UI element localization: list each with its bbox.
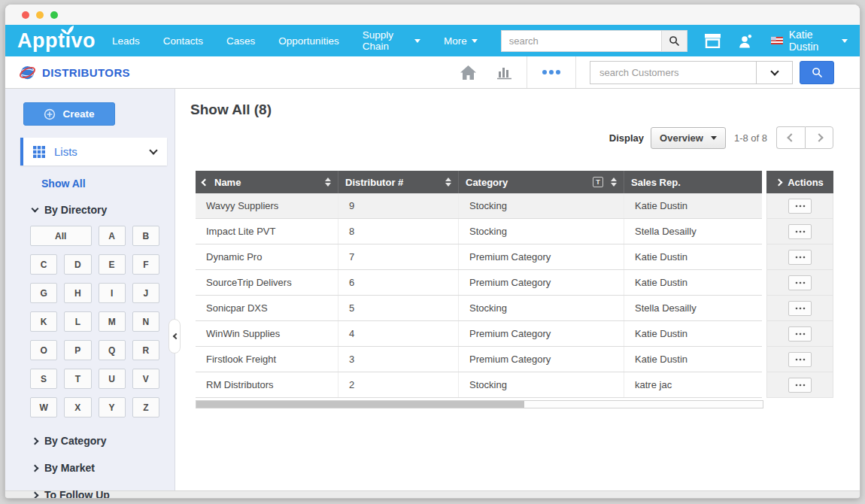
reports-button[interactable] (487, 65, 522, 80)
letter-filter-button[interactable]: T (64, 369, 91, 389)
user-menu[interactable]: Katie Dustin (771, 29, 848, 53)
column-header-sales-rep[interactable]: Sales Rep. (624, 171, 762, 193)
letter-filter-button[interactable]: F (132, 254, 159, 275)
prev-page-button[interactable] (776, 126, 805, 149)
letter-filter-button[interactable]: V (132, 369, 159, 389)
letter-filter-button[interactable]: E (99, 254, 126, 275)
table-row[interactable]: Dynamic Pro 7 Premium Category Katie Dus… (196, 244, 762, 270)
letter-filter-button[interactable]: B (132, 226, 159, 246)
table-header-row: Name Distributor # Category (196, 171, 762, 193)
letter-filter-button[interactable]: Y (99, 397, 126, 417)
row-actions-button[interactable] (788, 275, 812, 290)
row-actions-button[interactable] (788, 199, 812, 214)
letter-filter-button[interactable]: P (64, 340, 91, 360)
letter-filter-button[interactable]: N (132, 311, 159, 332)
row-actions-button[interactable] (788, 326, 812, 342)
table-row[interactable]: RM Distributors 2 Stocking katre jac (196, 372, 762, 398)
global-search-button[interactable] (661, 31, 687, 51)
letter-filter-button[interactable]: G (30, 283, 57, 303)
cell-sales-rep: Stella Desailly (624, 296, 762, 320)
table-row[interactable]: Impact Lite PVT 8 Stocking Stella Desail… (196, 219, 762, 244)
letter-filter-button[interactable]: Z (132, 397, 159, 417)
letter-filter-button[interactable]: S (30, 369, 57, 389)
filter-icon[interactable] (593, 177, 603, 187)
apptivo-logo-text: Apptivo (17, 29, 96, 52)
table-row[interactable]: SourceTrip Delivers 6 Premium Category K… (196, 270, 762, 296)
create-button[interactable]: Create (23, 102, 115, 126)
letter-filter-button[interactable]: X (64, 397, 91, 417)
store-button[interactable] (704, 33, 721, 48)
nav-menu-item[interactable]: Contacts (163, 35, 203, 47)
sidebar-item-lists[interactable]: Lists (20, 138, 167, 165)
sidebar-show-all-link[interactable]: Show All (41, 178, 175, 190)
user-name: Katie Dustin (789, 29, 836, 53)
letter-filter-button[interactable]: J (132, 283, 159, 303)
letter-filter-button[interactable]: H (64, 283, 91, 303)
actions-column: Actions (766, 171, 833, 398)
customer-search-submit-button[interactable] (800, 61, 834, 84)
row-actions-button[interactable] (788, 224, 812, 239)
customer-search-dropdown-button[interactable] (756, 62, 792, 83)
row-actions-button[interactable] (788, 250, 812, 265)
column-header-distributor-number[interactable]: Distributor # (338, 171, 459, 193)
global-search-input[interactable] (502, 31, 661, 51)
window-zoom-button[interactable] (50, 11, 58, 19)
nav-menu-item[interactable]: Supply Chain (363, 29, 420, 52)
sidebar-section-by-directory[interactable]: By Directory (32, 204, 175, 216)
letter-filter-button[interactable]: C (30, 254, 57, 275)
sidebar-section-by-market[interactable]: By Market (32, 462, 175, 474)
column-header-category[interactable]: Category (459, 171, 624, 193)
apptivo-logo[interactable]: Apptivo (17, 31, 96, 51)
nav-menu-item[interactable]: Leads (112, 35, 140, 47)
nav-menu-item-label: Cases (226, 35, 255, 47)
more-actions-icon (795, 332, 806, 335)
letter-filter-button[interactable]: K (30, 311, 57, 332)
letter-filter-button[interactable]: L (64, 311, 91, 332)
nav-menu-item[interactable]: Cases (226, 35, 255, 47)
sort-icon[interactable] (445, 178, 451, 187)
cell-sales-rep: Katie Dustin (624, 270, 762, 295)
global-search (501, 30, 687, 52)
nav-menu-item[interactable]: More (444, 35, 478, 47)
letter-filter-button[interactable]: W (30, 397, 57, 417)
column-header-name[interactable]: Name (196, 171, 338, 193)
row-actions-button[interactable] (788, 301, 812, 316)
home-button[interactable] (450, 65, 487, 80)
table-row[interactable]: Firstlook Freight 3 Premium Category Kat… (196, 347, 762, 372)
nav-menu-item[interactable]: Opportunities (278, 35, 338, 47)
next-page-button[interactable] (805, 126, 833, 149)
more-options-button[interactable] (532, 69, 571, 75)
sort-icon[interactable] (325, 178, 331, 187)
cell-category: Stocking (459, 193, 624, 218)
letter-filter-button[interactable]: D (64, 254, 91, 275)
table-row[interactable]: Sonicpar DXS 5 Stocking Stella Desailly (196, 296, 762, 321)
sidebar-collapse-handle[interactable] (168, 319, 181, 354)
cell-sales-rep: Katie Dustin (624, 193, 762, 218)
table-row[interactable]: WinWin Supplies 4 Premium Category Katie… (196, 321, 762, 347)
letter-filter-button[interactable]: M (99, 311, 126, 332)
section-label: By Market (44, 462, 95, 474)
user-add-button[interactable] (738, 34, 753, 48)
customer-search-input[interactable] (590, 62, 756, 83)
column-header-actions[interactable]: Actions (766, 171, 833, 193)
letter-filter-button[interactable]: All (30, 226, 92, 246)
sidebar-section-to-follow-up[interactable]: To Follow Up (32, 489, 175, 498)
letter-filter-button[interactable]: A (99, 226, 126, 246)
letter-filter-button[interactable]: I (99, 283, 126, 303)
letter-filter-button[interactable]: O (30, 340, 57, 360)
horizontal-scrollbar-thumb[interactable] (196, 401, 524, 408)
table-row[interactable]: Wavyy Suppliers 9 Stocking Katie Dustin (196, 193, 762, 219)
sidebar-section-by-category[interactable]: By Category (32, 435, 175, 447)
letter-filter-button[interactable]: R (132, 340, 159, 360)
sort-icon[interactable] (611, 178, 617, 187)
cell-name: SourceTrip Delivers (196, 270, 338, 295)
display-mode-dropdown[interactable]: Overview (651, 127, 726, 149)
letter-filter-button[interactable]: Q (99, 340, 126, 360)
window-minimize-button[interactable] (36, 11, 44, 19)
row-actions-button[interactable] (788, 352, 812, 367)
window-close-button[interactable] (22, 11, 29, 19)
pager (776, 126, 833, 149)
create-button-label: Create (62, 108, 94, 120)
row-actions-button[interactable] (788, 378, 812, 393)
letter-filter-button[interactable]: U (99, 369, 126, 389)
